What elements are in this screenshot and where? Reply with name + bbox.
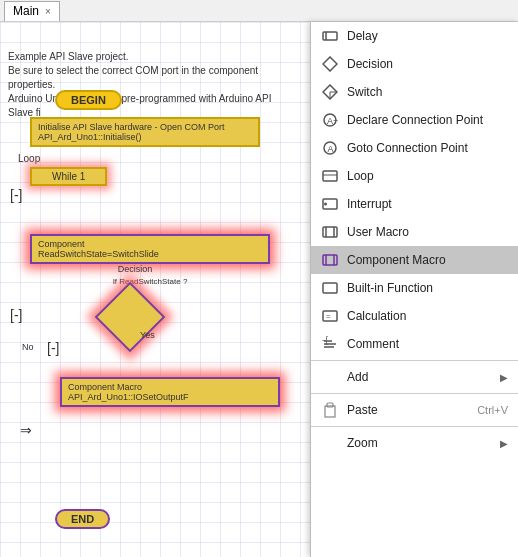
yes-label: Yes: [140, 330, 155, 340]
builtin-label: Built-in Function: [347, 281, 508, 295]
svg-marker-2: [323, 57, 337, 71]
menu-item-comment[interactable]: -{ Comment: [311, 330, 518, 358]
calculation-icon: =: [321, 307, 339, 325]
paste-label: Paste: [347, 403, 469, 417]
menu-item-builtin[interactable]: Built-in Function: [311, 274, 518, 302]
main-area: Example API Slave project. Be sure to se…: [0, 22, 518, 557]
svg-text:-{: -{: [322, 336, 328, 345]
bracket-decision: [-]: [10, 307, 22, 323]
decision-icon: [321, 55, 339, 73]
canvas[interactable]: Example API Slave project. Be sure to se…: [0, 22, 310, 557]
menu-item-delay[interactable]: Delay: [311, 22, 518, 50]
add-icon: [321, 368, 339, 386]
menu-item-decision[interactable]: Decision: [311, 50, 518, 78]
svg-rect-17: [323, 255, 337, 265]
menu-item-loop[interactable]: Loop: [311, 162, 518, 190]
declare-label: Declare Connection Point: [347, 113, 508, 127]
menu-item-component-macro[interactable]: Component Macro: [311, 246, 518, 274]
menu-item-declare[interactable]: A+ Declare Connection Point: [311, 106, 518, 134]
goto-icon: A: [321, 139, 339, 157]
main-tab[interactable]: Main ×: [4, 1, 60, 21]
loop-icon: [321, 167, 339, 185]
tab-label: Main: [13, 4, 39, 18]
svg-text:=: =: [326, 312, 331, 321]
bracket-no: [-]: [47, 340, 59, 356]
svg-rect-0: [323, 32, 337, 40]
menu-item-goto[interactable]: A Goto Connection Point: [311, 134, 518, 162]
menu-item-interrupt[interactable]: Interrupt: [311, 190, 518, 218]
comp-macro-block[interactable]: Component Macro API_Ard_Uno1::IOSetOutpu…: [60, 377, 280, 407]
menu-item-calculation[interactable]: = Calculation: [311, 302, 518, 330]
init-block[interactable]: Initialise API Slave hardware - Open COM…: [30, 117, 260, 147]
loop-label: Loop: [18, 153, 40, 164]
interrupt-label: Interrupt: [347, 197, 508, 211]
zoom-icon: [321, 434, 339, 452]
delay-icon: [321, 27, 339, 45]
svg-point-13: [324, 203, 327, 206]
zoom-arrow-icon: ▶: [500, 438, 508, 449]
component-macro-label: Component Macro: [347, 253, 508, 267]
close-icon[interactable]: ×: [45, 6, 51, 17]
svg-text:A: A: [328, 144, 334, 154]
add-arrow-icon: ▶: [500, 372, 508, 383]
user-macro-icon: [321, 223, 339, 241]
goto-label: Goto Connection Point: [347, 141, 508, 155]
switch-icon: [321, 83, 339, 101]
menu-item-paste[interactable]: Paste Ctrl+V: [311, 396, 518, 424]
begin-block[interactable]: BEGIN: [55, 90, 122, 110]
menu-item-add[interactable]: Add ▶: [311, 363, 518, 391]
comment-label: Comment: [347, 337, 508, 351]
svg-text:A+: A+: [327, 116, 338, 126]
switch-label: Switch: [347, 85, 508, 99]
menu-divider-1: [311, 360, 518, 361]
zoom-label: Zoom: [347, 436, 492, 450]
no-label: No: [22, 342, 34, 352]
menu-item-user-macro[interactable]: User Macro: [311, 218, 518, 246]
paste-icon: [321, 401, 339, 419]
delay-label: Delay: [347, 29, 508, 43]
title-bar: Main ×: [0, 0, 518, 22]
calculation-label: Calculation: [347, 309, 508, 323]
bracket-loop: [-]: [10, 187, 22, 203]
menu-item-zoom[interactable]: Zoom ▶: [311, 429, 518, 457]
svg-rect-27: [325, 406, 335, 417]
add-label: Add: [347, 370, 492, 384]
svg-rect-14: [323, 227, 337, 237]
paste-shortcut: Ctrl+V: [477, 404, 508, 416]
component-block[interactable]: Component ReadSwitchState=SwitchSlide: [30, 234, 270, 264]
component-macro-icon: [321, 251, 339, 269]
menu-divider-3: [311, 426, 518, 427]
svg-rect-10: [323, 171, 337, 181]
loop-label: Loop: [347, 169, 508, 183]
svg-rect-20: [323, 283, 337, 293]
menu-divider-2: [311, 393, 518, 394]
decision-text: Decision: [75, 264, 195, 274]
decision-label: Decision: [347, 57, 508, 71]
comment-icon: -{: [321, 335, 339, 353]
comment-text: Example API Slave project. Be sure to se…: [8, 50, 298, 120]
interrupt-icon: [321, 195, 339, 213]
while-block[interactable]: While 1: [30, 167, 107, 186]
decision-subtext: If ReadSwitchState ?: [75, 277, 225, 286]
end-block[interactable]: END: [55, 509, 110, 529]
menu-item-switch[interactable]: Switch: [311, 78, 518, 106]
user-macro-label: User Macro: [347, 225, 508, 239]
context-menu: Delay Decision Switch: [310, 22, 518, 557]
builtin-icon: [321, 279, 339, 297]
arrow-icon: ⇒: [20, 422, 32, 438]
declare-icon: A+: [321, 111, 339, 129]
